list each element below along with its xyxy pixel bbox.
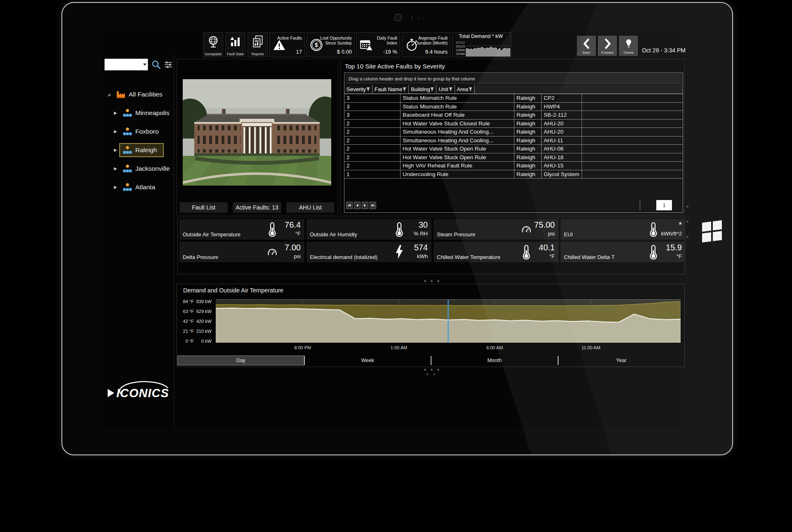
y-tick-label: 210 kW xyxy=(196,329,212,334)
column-header-label: Area xyxy=(457,86,468,92)
toolbar-tool-button[interactable]: Fault Stats xyxy=(225,32,245,57)
metric-tile: 40.1 °F Chilled Water Temperature xyxy=(434,242,559,262)
first-page-button[interactable] xyxy=(346,202,353,209)
tool-label: Geospatial xyxy=(203,52,223,56)
site-panel-tab[interactable]: Active Faults: 13 xyxy=(233,202,281,213)
metric-label: Chilled Water Temperature xyxy=(437,254,500,260)
nav-button[interactable]: Back xyxy=(577,36,596,56)
y-axis-kw: 839 kW629 kW420 kW210 kW0 kW xyxy=(196,299,212,344)
facility-icon xyxy=(123,183,132,192)
range-tab[interactable]: Day xyxy=(178,356,304,365)
y-tick-label: 629 kW xyxy=(196,309,212,314)
splitter-dots[interactable] xyxy=(424,369,439,371)
y-tick-label: 0 kW xyxy=(196,339,212,344)
filter-icon[interactable] xyxy=(366,87,370,92)
kpi-value: 17 xyxy=(296,49,302,55)
column-header[interactable]: Building xyxy=(409,85,436,94)
column-header[interactable]: Area xyxy=(455,85,475,94)
tree-expander-icon[interactable] xyxy=(114,185,119,189)
tree-expander-icon[interactable] xyxy=(114,111,119,115)
table-row[interactable]: 2 High VAV Reheat Fault Rule Raleigh AHU… xyxy=(344,162,683,170)
tree-expander-icon[interactable] xyxy=(114,166,119,171)
metric-tile: 76.4 °F Outside Air Temperature xyxy=(179,219,304,240)
prev-page-button[interactable] xyxy=(354,202,361,209)
tree-expander-icon[interactable] xyxy=(114,148,119,152)
table-row[interactable]: 2 Simultaneous Heating And Cooling... Ra… xyxy=(344,128,683,137)
site-panel-tab[interactable]: Fault List xyxy=(179,202,228,213)
kpi-label-line1: Active Faults xyxy=(277,35,302,40)
metric-icon xyxy=(267,222,277,237)
toolbar-tool-button[interactable]: Reports xyxy=(248,32,268,57)
last-page-button[interactable] xyxy=(370,202,376,209)
facility-tree-item[interactable]: Raleigh xyxy=(102,141,174,159)
toolbar-tool-button[interactable]: Geospatial xyxy=(203,32,223,57)
cell-building: Raleigh xyxy=(514,103,542,111)
kpi-label-line1: Daily Fault xyxy=(377,35,397,40)
search-button[interactable] xyxy=(151,59,162,70)
cell-building: Raleigh xyxy=(514,145,542,153)
facility-search-input[interactable] xyxy=(104,59,148,71)
search-dropdown-icon[interactable] xyxy=(143,64,146,66)
splitter-dots[interactable] xyxy=(427,373,435,375)
range-tab[interactable]: Week xyxy=(304,356,431,365)
filter-icon[interactable] xyxy=(430,87,434,92)
facility-tree-item[interactable]: Jacksonville xyxy=(102,159,174,178)
site-panel-tab[interactable]: AHU List xyxy=(286,202,335,213)
kpi-tile[interactable]: Avgerage Fault Duration (Month) 9.4 hour… xyxy=(402,32,450,57)
table-row[interactable]: 3 Baseboard Heat Off Rule Raleigh SB-2-1… xyxy=(344,111,683,120)
camera-dot xyxy=(394,14,402,21)
facility-tree-item[interactable]: All Facilities xyxy=(102,85,174,104)
tablet-frame: Geospatial Fault Stats Reports xyxy=(61,2,733,455)
facility-tree-item[interactable]: Atlanta xyxy=(102,178,174,196)
cell-building: Raleigh xyxy=(514,111,542,119)
group-by-bar[interactable]: Drag a column header and drop it here to… xyxy=(345,74,682,84)
cell-fault-name: Status Mismatch Rule xyxy=(401,94,514,102)
kpi-tile[interactable]: $ Lost Opportunity Since Sunday $ 0.00 xyxy=(306,32,355,57)
x-tick-label: 11:00 AM xyxy=(582,345,601,350)
column-header[interactable]: Unit xyxy=(436,85,455,94)
metric-value: 7.00 xyxy=(285,243,301,252)
cell-unit: CP2 xyxy=(542,94,582,102)
table-row[interactable]: 3 Status Mismatch Rule Raleigh CP2 xyxy=(344,94,683,103)
metric-value: 15.9 xyxy=(666,243,682,252)
total-demand-tile[interactable]: Total Demand * kW 2777172531232285462029… xyxy=(452,32,511,57)
search-options-button[interactable] xyxy=(163,60,173,70)
y-tick-label: 0 °F xyxy=(180,339,194,344)
cell-severity: 1 xyxy=(344,170,401,179)
kpi-tile[interactable]: Active Faults 17 xyxy=(269,32,305,57)
column-header[interactable]: Severity xyxy=(344,85,372,94)
kpi-tile[interactable]: Daily Fault Index -19 % xyxy=(356,32,400,57)
table-row[interactable]: 2 Simultaneous Heating And Cooling... Ra… xyxy=(344,137,683,145)
tree-expander-icon[interactable] xyxy=(114,129,119,134)
table-row[interactable]: 3 Status Mismatch Rule Raleigh HWP4 xyxy=(344,103,683,111)
pager-divider xyxy=(640,200,640,211)
range-tab[interactable]: Year xyxy=(558,356,685,365)
range-tab[interactable]: Month xyxy=(431,356,558,365)
table-row[interactable]: 2 Hot Water Valve Stuck Closed Rule Rale… xyxy=(344,120,683,128)
metric-value: 40.1 xyxy=(539,243,555,252)
filter-icon[interactable] xyxy=(468,87,473,92)
sensor-dot xyxy=(418,17,420,19)
metric-label: Outside Air Temperature xyxy=(183,231,240,238)
column-header[interactable]: Fault Name xyxy=(372,85,409,94)
tool-icon xyxy=(252,35,264,48)
site-photo xyxy=(183,79,331,186)
table-row[interactable]: 2 Hot Water Valve Stuck Open Rule Raleig… xyxy=(344,145,683,153)
site-photo-panel: Fault List Active Faults: 13 AHU List xyxy=(177,59,338,215)
filter-icon[interactable] xyxy=(402,87,407,92)
facility-label: Foxboro xyxy=(135,128,159,135)
kpi-label-line2: Duration (Month) xyxy=(415,40,448,45)
cell-severity: 2 xyxy=(344,162,401,170)
x-tick-label: 6:00 AM xyxy=(486,345,503,350)
facility-tree-item[interactable]: Minneapolis xyxy=(102,104,174,122)
nav-label: Back xyxy=(578,51,595,54)
next-page-button[interactable] xyxy=(362,202,368,209)
facility-tree-item[interactable]: Foxboro xyxy=(102,122,174,141)
filter-icon[interactable] xyxy=(448,87,453,92)
tree-expander-icon[interactable] xyxy=(107,92,113,97)
page-number-box[interactable]: 1 xyxy=(656,200,672,210)
table-row[interactable]: 2 Hot Water Valve Stuck Open Rule Raleig… xyxy=(344,153,683,162)
chart-plot[interactable] xyxy=(216,299,681,343)
splitter-dots[interactable] xyxy=(424,280,439,282)
table-row[interactable]: 1 Undercooling Rule Raleigh Glycol Syste… xyxy=(344,170,683,179)
